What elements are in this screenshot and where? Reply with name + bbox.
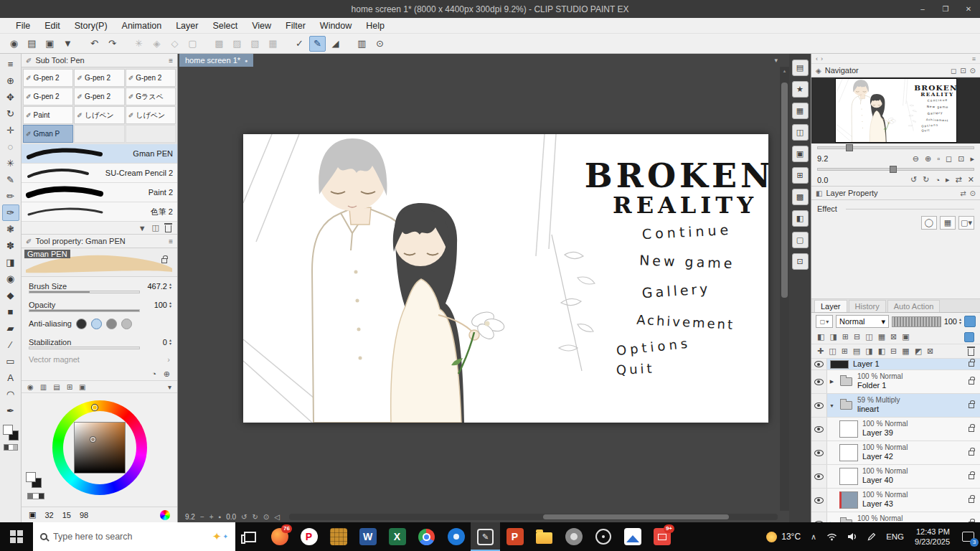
chevron-down-icon[interactable]: ▾ (168, 383, 171, 391)
layer-row-layer40[interactable]: 100 % Normal Layer 40 (811, 465, 980, 489)
search-input[interactable] (53, 532, 207, 542)
collapse-left-icon[interactable]: ‹ (816, 55, 818, 62)
brush-tool-icon[interactable]: ✑ (2, 204, 19, 221)
opacity-value[interactable]: 100 (154, 301, 167, 309)
navigator-window-icon[interactable]: ◻ (951, 67, 956, 75)
nav-print-size-icon[interactable]: ⊡ (958, 154, 964, 164)
material-3d-icon[interactable]: ▩ (792, 189, 809, 205)
sv-marker[interactable] (90, 437, 95, 442)
rotation-slider[interactable] (817, 168, 974, 171)
blend-tool-icon[interactable]: ◉ (2, 270, 19, 287)
taskbar-app-gray[interactable] (559, 522, 588, 551)
taskbar-search[interactable]: ✦ ✦ (33, 522, 235, 551)
transfer-layer-icon[interactable]: ▤ (853, 347, 860, 356)
rotate-ccw-icon[interactable]: ↺ (241, 513, 247, 521)
lock-icon[interactable] (969, 362, 974, 367)
menu-animation[interactable]: Animation (115, 21, 169, 31)
scroll-up-icon[interactable]: ▴ (783, 67, 786, 75)
layer-row-folder9[interactable]: ▶ 100 % Normal Folder 9 (811, 512, 980, 522)
figure-tool-icon[interactable]: ▰ (2, 320, 19, 336)
material-pose-icon[interactable]: ◧ (792, 210, 809, 227)
opacity-row[interactable]: Opacity 100 ▴▾ (22, 296, 177, 314)
material-image-icon[interactable]: ⊞ (792, 167, 809, 184)
new-canvas-icon[interactable]: ▤ (24, 36, 40, 52)
layer-color-button[interactable] (964, 316, 976, 327)
brush-size-row[interactable]: Brush Size 467.2 ▴▾ (22, 277, 177, 296)
taskbar-app-excel[interactable]: X (382, 522, 412, 551)
navigator-refresh-icon[interactable]: ⊡ (960, 67, 966, 75)
rotate-cw-icon[interactable]: ↻ (252, 513, 258, 521)
canvas-artwork[interactable] (243, 134, 768, 423)
layer-opacity-slider[interactable] (892, 316, 941, 327)
invert-selection-icon[interactable]: ▩ (211, 36, 227, 52)
text-tool-icon[interactable]: A (2, 369, 19, 386)
subtool-shigepen-1[interactable]: ✐しげペン (74, 106, 124, 124)
close-button[interactable]: ✕ (957, 0, 980, 18)
taskbar-app-powerpoint[interactable]: P (500, 522, 529, 551)
visibility-gutter[interactable] (811, 394, 827, 417)
spinner-icon[interactable]: ▴▾ (959, 318, 961, 325)
material-color-pattern-icon[interactable]: ▦ (792, 103, 809, 119)
new-vector-layer-icon[interactable]: ◫ (829, 347, 836, 356)
brush-size-slider[interactable] (29, 291, 140, 293)
opacity-slider[interactable] (29, 309, 140, 312)
brush-item-gman-pen[interactable]: Gman PEN (22, 144, 177, 164)
visibility-gutter[interactable] (811, 465, 827, 488)
eye-icon[interactable] (814, 474, 824, 480)
menu-help[interactable]: Help (359, 21, 392, 31)
layer-thumbnail[interactable] (839, 420, 858, 438)
layer-thumbnail[interactable] (830, 360, 849, 369)
merge-visible-icon[interactable]: ◧ (878, 347, 885, 356)
help-ring-icon[interactable]: ⊙ (372, 36, 388, 52)
visibility-gutter[interactable] (811, 359, 827, 369)
brush-item-irofude2[interactable]: 色筆 2 (22, 202, 177, 222)
material-favorites-icon[interactable]: ★ (792, 81, 809, 98)
delete-layer-icon[interactable] (968, 349, 974, 356)
horizontal-scrollbar[interactable] (289, 514, 778, 520)
link-mask-icon[interactable]: ◫ (865, 332, 872, 342)
taskbar-app-chrome[interactable] (412, 522, 441, 551)
lock-icon[interactable] (969, 474, 974, 479)
set-as-reference-icon[interactable]: ▦ (878, 332, 885, 342)
taskbar-clock[interactable]: 12:43 PM 9/23/2025 (909, 527, 956, 547)
nav-rotate-ccw-icon[interactable]: ↺ (910, 175, 917, 184)
selection-border-icon[interactable]: ▦ (265, 36, 281, 52)
rotate-tool-icon[interactable]: ↻ (2, 105, 19, 122)
decoration-tool-icon[interactable]: ✽ (2, 237, 19, 254)
anti-aliasing-none-button[interactable] (76, 319, 87, 329)
panel-menu-icon[interactable]: ≡ (169, 237, 173, 245)
zoom-tool-icon[interactable]: ⊕ (2, 72, 19, 89)
pen-settings-icon[interactable] (862, 522, 881, 551)
visibility-gutter[interactable] (811, 418, 827, 441)
color-set-strip[interactable] (4, 444, 18, 451)
palette-color-dropdown[interactable]: ▢▾ (816, 315, 833, 328)
new-folder-icon[interactable]: ⊞ (842, 347, 848, 356)
print-settings-icon[interactable]: ▥ (354, 36, 370, 52)
eye-icon[interactable] (814, 521, 824, 523)
ruler-range-icon[interactable]: ▣ (902, 332, 909, 342)
move-tool-icon[interactable]: ✛ (2, 122, 19, 138)
expand-arrow-icon[interactable]: ▶ (827, 379, 837, 385)
menu-select[interactable]: Select (205, 21, 245, 31)
brush-item-su-cream-pencil[interactable]: SU-Cream Pencil 2 (22, 164, 177, 183)
pen-tool-icon[interactable]: ✎ (2, 171, 19, 188)
toolstrip-menu-icon[interactable]: ≡ (2, 56, 19, 72)
tab-close-icon[interactable]: ● (245, 58, 248, 63)
menu-layer[interactable]: Layer (169, 21, 205, 31)
apply-mask-icon[interactable]: ▦ (902, 347, 909, 356)
material-download-icon[interactable]: ⊡ (792, 253, 809, 270)
color-slider-tab-icon[interactable]: ▥ (40, 383, 47, 391)
main-sub-color-swatches[interactable] (3, 425, 19, 441)
eye-icon[interactable] (814, 379, 824, 385)
vector-magnet-row[interactable]: Vector magnet › (22, 352, 177, 367)
visibility-gutter[interactable] (811, 370, 827, 393)
subtool-gpen2-3[interactable]: ✐G-pen 2 (126, 69, 176, 87)
layer-row-layer43[interactable]: 100 % Normal Layer 43 (811, 489, 980, 512)
canvas-tab[interactable]: home screen 1* ● (179, 54, 253, 67)
snap-ruler-icon[interactable]: ✓ (291, 36, 308, 52)
vertical-scrollbar[interactable]: ▴ (780, 67, 789, 511)
subtool-shigepen-2[interactable]: ✐しげペン (126, 106, 176, 124)
expand-arrow-icon[interactable]: ▼ (827, 403, 837, 408)
highlights-sparkle-icon[interactable]: ✦ (212, 530, 222, 543)
canvas-viewport[interactable]: ▴ (178, 67, 789, 511)
